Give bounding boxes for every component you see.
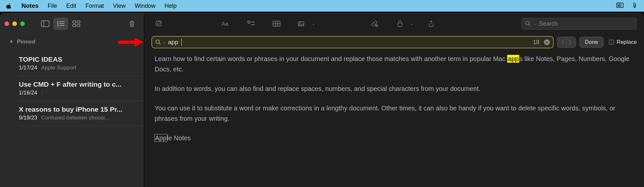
menubar-edit[interactable]: Edit bbox=[66, 3, 76, 9]
text-style-button[interactable]: Aa bbox=[218, 18, 233, 30]
editor-pane: Aa ⌄ ⌄ ⌄ bbox=[144, 13, 644, 187]
media-button[interactable] bbox=[294, 18, 309, 30]
note-preview: Confused between choosi... bbox=[41, 115, 109, 121]
window-controls bbox=[5, 21, 25, 26]
svg-line-35 bbox=[529, 25, 531, 26]
note-preview: Apple Support bbox=[41, 65, 76, 71]
editor-toolbar: Aa ⌄ ⌄ ⌄ bbox=[144, 13, 644, 34]
toolbar-search[interactable]: ⌄ Search bbox=[522, 18, 637, 30]
svg-rect-19 bbox=[156, 21, 161, 26]
svg-point-34 bbox=[526, 21, 529, 25]
chevron-down-icon: ⌄ bbox=[534, 22, 536, 26]
find-highlight: App bbox=[155, 134, 167, 142]
find-match-count: 18 bbox=[533, 39, 539, 46]
svg-rect-2 bbox=[619, 4, 620, 5]
table-button[interactable] bbox=[269, 18, 284, 30]
note-title: X reasons to buy iPhone 15 Pr... bbox=[19, 106, 135, 113]
paragraph: You can use it to substitute a word or m… bbox=[155, 103, 634, 124]
note-date: 1/16/24 bbox=[19, 90, 37, 96]
svg-rect-1 bbox=[618, 4, 619, 5]
find-nav: 〈 〉 bbox=[557, 37, 576, 48]
svg-line-38 bbox=[159, 43, 161, 45]
replace-toggle[interactable]: Replace bbox=[609, 39, 637, 45]
svg-rect-13 bbox=[73, 21, 76, 23]
paragraph: In addition to words, you can also find … bbox=[155, 83, 634, 94]
paragraph: Learn how to find certain words or phras… bbox=[155, 54, 634, 74]
sidebar-toolbar bbox=[0, 13, 144, 34]
search-placeholder: Search bbox=[539, 20, 558, 27]
search-icon bbox=[155, 39, 161, 45]
menubar-file[interactable]: File bbox=[48, 3, 57, 9]
menubar-app-name[interactable]: Notes bbox=[21, 2, 39, 9]
find-highlight-current: app bbox=[507, 55, 519, 63]
menubar-view[interactable]: View bbox=[113, 3, 126, 9]
note-body[interactable]: Learn how to find certain words or phras… bbox=[144, 50, 644, 146]
delete-note-button[interactable] bbox=[124, 18, 139, 30]
pinned-label: Pinned bbox=[17, 39, 35, 45]
menubar-help[interactable]: Help bbox=[165, 3, 177, 9]
note-item[interactable]: X reasons to buy iPhone 15 Pr... 9/19/23… bbox=[0, 101, 144, 126]
checklist-button[interactable] bbox=[244, 18, 259, 30]
find-next-button[interactable]: 〉 bbox=[567, 37, 576, 47]
paragraph: Apple Notes bbox=[155, 133, 634, 143]
note-title: TOPIC IDEAS bbox=[19, 56, 135, 63]
macos-menubar: Notes File Edit Format View Window Help bbox=[0, 0, 644, 12]
svg-rect-5 bbox=[41, 21, 49, 27]
svg-point-7 bbox=[57, 21, 58, 22]
find-bar: ⌄ app 18 ✕ 〈 〉 Done Replace bbox=[144, 34, 644, 50]
pin-icon bbox=[9, 40, 14, 44]
sidebar: Pinned TOPIC IDEAS 1/17/24Apple Support … bbox=[0, 13, 144, 187]
find-prev-button[interactable]: 〈 bbox=[557, 37, 566, 47]
clear-find-button[interactable]: ✕ bbox=[544, 39, 550, 45]
toggle-sidebar-button[interactable] bbox=[38, 18, 53, 30]
apple-logo-icon[interactable] bbox=[6, 3, 12, 9]
replace-checkbox[interactable] bbox=[609, 40, 614, 45]
svg-point-29 bbox=[299, 23, 300, 24]
svg-rect-0 bbox=[617, 3, 623, 7]
svg-rect-14 bbox=[77, 21, 80, 23]
find-done-button[interactable]: Done bbox=[579, 37, 604, 48]
note-item[interactable]: TOPIC IDEAS 1/17/24Apple Support bbox=[0, 48, 144, 76]
minimize-window-button[interactable] bbox=[12, 21, 17, 26]
svg-point-37 bbox=[156, 40, 160, 44]
note-title: Use CMD + F after writing to c... bbox=[19, 81, 135, 88]
new-note-button[interactable] bbox=[151, 18, 166, 30]
svg-rect-4 bbox=[618, 5, 622, 6]
fullscreen-window-button[interactable] bbox=[20, 21, 25, 26]
note-preview: : bbox=[41, 90, 43, 96]
share-button[interactable] bbox=[424, 18, 439, 30]
text-cursor bbox=[181, 39, 182, 46]
svg-rect-16 bbox=[77, 24, 80, 27]
note-date: 9/19/23 bbox=[19, 115, 37, 121]
note-item[interactable]: Use CMD + F after writing to c... 1/16/2… bbox=[0, 76, 144, 101]
svg-text:Aa: Aa bbox=[222, 21, 228, 27]
gallery-view-button[interactable] bbox=[69, 18, 84, 30]
keyboard-viewer-icon[interactable] bbox=[616, 2, 624, 10]
attachment-icon[interactable] bbox=[631, 2, 638, 10]
notes-window: Pinned TOPIC IDEAS 1/17/24Apple Support … bbox=[0, 13, 644, 187]
menubar-window[interactable]: Window bbox=[135, 3, 156, 9]
svg-point-11 bbox=[57, 25, 58, 26]
find-input[interactable]: ⌄ app 18 ✕ bbox=[151, 36, 554, 48]
lock-button[interactable] bbox=[393, 18, 407, 30]
svg-point-9 bbox=[57, 23, 58, 24]
svg-rect-3 bbox=[621, 4, 622, 5]
search-icon bbox=[525, 21, 531, 27]
find-query-text: app bbox=[168, 39, 178, 46]
svg-point-21 bbox=[248, 21, 250, 23]
chevron-down-icon: ⌄ bbox=[312, 21, 315, 26]
replace-label: Replace bbox=[617, 39, 637, 45]
close-window-button[interactable] bbox=[5, 21, 9, 26]
note-date: 1/17/24 bbox=[19, 65, 37, 71]
link-button[interactable] bbox=[367, 18, 382, 30]
chevron-down-icon[interactable]: ⌄ bbox=[162, 40, 165, 44]
svg-rect-15 bbox=[73, 24, 76, 27]
chevron-down-icon: ⌄ bbox=[410, 21, 413, 26]
menubar-format[interactable]: Format bbox=[85, 3, 104, 9]
list-view-button[interactable] bbox=[53, 18, 68, 30]
svg-rect-33 bbox=[398, 23, 402, 26]
pinned-section-header: Pinned bbox=[0, 34, 144, 48]
